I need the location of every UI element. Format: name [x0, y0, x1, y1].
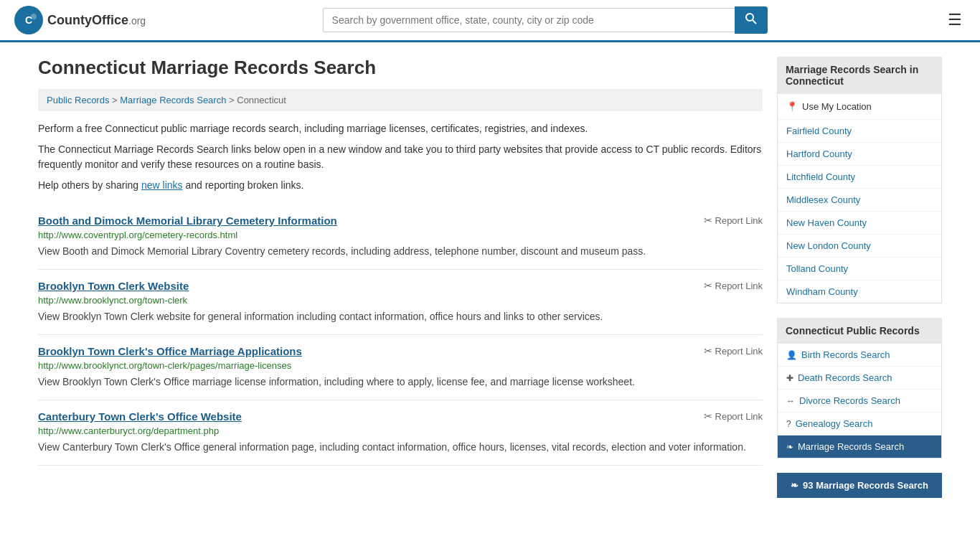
- sidebar-item-newlondon[interactable]: New London County: [778, 235, 941, 258]
- death-icon: ✚: [786, 373, 793, 383]
- sidebar-item-middlesex[interactable]: Middlesex County: [778, 189, 941, 212]
- record-url-4[interactable]: http://www.canterburyct.org/department.p…: [38, 425, 763, 436]
- breadcrumb: Public Records > Marriage Records Search…: [38, 89, 763, 111]
- use-location-item[interactable]: 📍 Use My Location: [778, 94, 941, 120]
- sidebar-item-newhaven[interactable]: New Haven County: [778, 212, 941, 235]
- intro-paragraph2: The Connecticut Marriage Records Search …: [38, 142, 763, 172]
- sidebar-item-label: Marriage Records Search: [798, 441, 904, 452]
- logo-icon: C: [14, 6, 43, 34]
- record-url-2[interactable]: http://www.brooklynct.org/town-clerk: [38, 295, 763, 306]
- marriage-icon: ❧: [786, 442, 793, 452]
- sidebar-item-label: Divorce Records Search: [799, 395, 900, 406]
- header: C CountyOffice.org ☰: [0, 0, 980, 42]
- breadcrumb-marriage-records[interactable]: Marriage Records Search: [120, 95, 226, 105]
- search-area: [323, 6, 768, 34]
- use-location-label: Use My Location: [802, 101, 872, 112]
- record-title-1[interactable]: Booth and Dimock Memorial Library Cemete…: [38, 215, 337, 227]
- sidebar-public-records-content: 👤 Birth Records Search ✚ Death Records S…: [777, 344, 942, 458]
- sidebar-item-label: Death Records Search: [798, 372, 892, 383]
- svg-point-3: [746, 14, 753, 21]
- sidebar-item-label: Windham County: [786, 286, 858, 297]
- main-container: Connecticut Marriage Records Search Publ…: [24, 42, 956, 512]
- breadcrumb-connecticut: Connecticut: [237, 95, 286, 105]
- sidebar-item-windham[interactable]: Windham County: [778, 281, 941, 303]
- breadcrumb-public-records[interactable]: Public Records: [47, 95, 109, 105]
- sidebar-public-records-section: Connecticut Public Records 👤 Birth Recor…: [777, 318, 942, 458]
- sidebar-marriage-title: Marriage Records Search in Connecticut: [777, 57, 942, 94]
- sidebar-item-label: Hartford County: [786, 149, 852, 159]
- marriage-records-count-badge[interactable]: ❧ 93 Marriage Records Search: [777, 473, 942, 498]
- sidebar-item-birth[interactable]: 👤 Birth Records Search: [778, 344, 941, 367]
- report-icon-3: ✂: [704, 345, 712, 357]
- record-item: Canterbury Town Clerk's Office Website ✂…: [38, 400, 763, 466]
- content-area: Connecticut Marriage Records Search Publ…: [38, 57, 763, 498]
- record-item: Brooklyn Town Clerk Website ✂ Report Lin…: [38, 270, 763, 335]
- record-desc-1: View Booth and Dimock Memorial Library C…: [38, 244, 763, 259]
- page-title: Connecticut Marriage Records Search: [38, 57, 763, 79]
- sidebar-item-marriage-active[interactable]: ❧ Marriage Records Search: [778, 435, 941, 458]
- sidebar-item-divorce[interactable]: ↔ Divorce Records Search: [778, 390, 941, 413]
- sidebar-item-label: Middlesex County: [786, 194, 860, 205]
- breadcrumb-sep2: >: [229, 95, 237, 105]
- sidebar-item-label: Fairfield County: [786, 126, 852, 136]
- marriage-badge-label: 93 Marriage Records Search: [803, 480, 928, 491]
- sidebar: Marriage Records Search in Connecticut 📍…: [777, 57, 942, 498]
- svg-line-4: [753, 20, 756, 24]
- sidebar-item-genealogy[interactable]: ? Genealogy Search: [778, 413, 941, 435]
- svg-point-2: [31, 14, 37, 19]
- record-title-2[interactable]: Brooklyn Town Clerk Website: [38, 280, 189, 292]
- logo-area[interactable]: C CountyOffice.org: [14, 6, 146, 34]
- record-desc-2: View Brooklyn Town Clerk website for gen…: [38, 309, 763, 324]
- sidebar-marriage-content: 📍 Use My Location Fairfield County Hartf…: [777, 94, 942, 303]
- logo-text: CountyOffice.org: [47, 13, 146, 28]
- report-link-3[interactable]: ✂ Report Link: [704, 345, 763, 357]
- report-icon-2: ✂: [704, 280, 712, 291]
- sidebar-item-litchfield[interactable]: Litchfield County: [778, 166, 941, 189]
- records-list: Booth and Dimock Memorial Library Cemete…: [38, 204, 763, 466]
- menu-icon[interactable]: ☰: [944, 7, 966, 33]
- search-button[interactable]: [735, 6, 768, 34]
- record-desc-3: View Brooklyn Town Clerk's Office marria…: [38, 375, 763, 390]
- sidebar-public-records-title: Connecticut Public Records: [777, 318, 942, 344]
- sidebar-item-death[interactable]: ✚ Death Records Search: [778, 367, 941, 390]
- record-desc-4: View Canterbury Town Clerk's Office gene…: [38, 440, 763, 455]
- sidebar-marriage-section: Marriage Records Search in Connecticut 📍…: [777, 57, 942, 303]
- report-icon-1: ✂: [704, 215, 712, 226]
- record-title-3[interactable]: Brooklyn Town Clerk's Office Marriage Ap…: [38, 345, 302, 357]
- report-link-2[interactable]: ✂ Report Link: [704, 280, 763, 291]
- record-item: Brooklyn Town Clerk's Office Marriage Ap…: [38, 335, 763, 400]
- breadcrumb-sep1: >: [112, 95, 120, 105]
- report-icon-4: ✂: [704, 410, 712, 422]
- new-links-link[interactable]: new links: [141, 179, 183, 191]
- record-url-1[interactable]: http://www.coventrypl.org/cemetery-recor…: [38, 230, 763, 240]
- search-input[interactable]: [323, 8, 735, 32]
- birth-icon: 👤: [786, 350, 797, 360]
- record-item: Booth and Dimock Memorial Library Cemete…: [38, 204, 763, 270]
- sidebar-item-label: Tolland County: [786, 263, 848, 274]
- sidebar-item-hartford[interactable]: Hartford County: [778, 143, 941, 166]
- report-link-1[interactable]: ✂ Report Link: [704, 215, 763, 226]
- genealogy-icon: ?: [786, 419, 791, 429]
- report-link-4[interactable]: ✂ Report Link: [704, 410, 763, 422]
- sidebar-item-label: New Haven County: [786, 217, 867, 228]
- divorce-icon: ↔: [786, 396, 795, 406]
- sidebar-item-label: Genealogy Search: [796, 418, 873, 429]
- location-icon: 📍: [786, 101, 798, 112]
- intro-paragraph1: Perform a free Connecticut public marria…: [38, 121, 763, 136]
- record-url-3[interactable]: http://www.brooklynct.org/town-clerk/pag…: [38, 360, 763, 371]
- record-title-4[interactable]: Canterbury Town Clerk's Office Website: [38, 410, 242, 423]
- marriage-badge-icon: ❧: [791, 480, 798, 491]
- sidebar-item-label: Birth Records Search: [801, 349, 890, 360]
- sidebar-item-label: Litchfield County: [786, 171, 855, 182]
- sidebar-item-tolland[interactable]: Tolland County: [778, 258, 941, 281]
- sharing-text: Help others by sharing new links and rep…: [38, 178, 763, 193]
- sidebar-item-label: New London County: [786, 240, 871, 251]
- sidebar-item-fairfield[interactable]: Fairfield County: [778, 120, 941, 143]
